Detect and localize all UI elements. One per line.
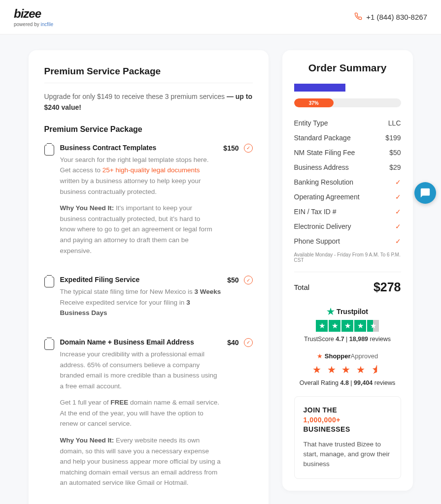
service-price: $40 xyxy=(227,339,238,346)
check-icon: ✓ xyxy=(395,237,401,245)
package-subheading: Premium Service Package xyxy=(44,125,253,134)
service-why: Why You Need It: It's important to keep … xyxy=(60,203,218,256)
chat-button[interactable] xyxy=(414,182,436,204)
shopper-label: ★ShopperApproved xyxy=(294,352,401,360)
logo-text: bizee xyxy=(14,7,53,21)
service-title: Expedited Filing Service xyxy=(60,276,222,284)
trustpilot-score: TrustScore 4.7 | 18,989 reviews xyxy=(294,336,401,343)
document-icon xyxy=(44,339,54,350)
trustpilot-label: ★Trustpilot xyxy=(294,306,401,317)
check-icon: ✓ xyxy=(395,178,401,186)
service-description: Your search for the right legal template… xyxy=(60,155,218,197)
phone-number: +1 (844) 830-8267 xyxy=(366,13,427,21)
service-price: $50 xyxy=(227,276,238,284)
summary-title: Order Summary xyxy=(294,62,401,74)
chat-icon xyxy=(420,188,431,198)
document-icon xyxy=(44,277,54,287)
legal-docs-link[interactable]: 25+ high-quality legal documents xyxy=(102,166,200,174)
service-domain-email: Domain Name + Business Email Address Inc… xyxy=(44,338,253,494)
summary-line-address: Business Address$29 xyxy=(294,163,401,171)
service-expedited-filing: Expedited Filing Service The typical sta… xyxy=(44,276,253,324)
phone-link[interactable]: +1 (844) 830-8267 xyxy=(354,12,427,22)
join-title: JOIN THE 1,000,000+ BUSINESSES xyxy=(304,406,392,435)
logo[interactable]: bizee powered by incfile xyxy=(14,7,53,27)
order-summary-card: Order Summary 37% Entity TypeLLC Standar… xyxy=(282,50,413,491)
trustpilot-stars: ★★★★★ xyxy=(294,320,401,332)
summary-line-filing-fee: NM State Filing Fee$50 xyxy=(294,149,401,157)
summary-total: Total $278 xyxy=(294,272,401,294)
phone-icon xyxy=(354,12,362,22)
package-card: Premium Service Package Upgrade for only… xyxy=(29,50,269,504)
service-title: Domain Name + Business Email Address xyxy=(60,338,222,346)
summary-line-phone: Phone Support✓ xyxy=(294,237,401,245)
check-circle-icon[interactable]: ✓ xyxy=(244,144,253,153)
service-description: Increase your credibility with a profess… xyxy=(60,349,222,391)
check-icon: ✓ xyxy=(395,193,401,201)
check-circle-icon[interactable]: ✓ xyxy=(244,276,253,284)
trustpilot-block: ★Trustpilot ★★★★★ TrustScore 4.7 | 18,98… xyxy=(294,306,401,343)
summary-line-operating: Operating Agreement✓ xyxy=(294,193,401,201)
availability-text: Available Monday - Friday From 9 A.M. To… xyxy=(294,252,401,263)
join-subtitle: That have trusted Bizee to start, manage… xyxy=(304,440,392,470)
star-icon: ★ xyxy=(317,352,323,360)
service-price: $150 xyxy=(223,144,238,152)
summary-line-package: Standard Package$199 xyxy=(294,134,401,142)
progress-bar: 37% xyxy=(294,98,401,107)
shopper-stars: ★ ★ ★ ★ ⯨ xyxy=(294,364,401,376)
summary-line-entity-type: Entity TypeLLC xyxy=(294,119,401,127)
summary-line-banking: Banking Resolution✓ xyxy=(294,178,401,186)
document-icon xyxy=(44,145,54,156)
summary-line-delivery: Electronic Delivery✓ xyxy=(294,222,401,230)
service-contract-templates: Business Contract Templates Your search … xyxy=(44,144,253,262)
header: bizee powered by incfile +1 (844) 830-82… xyxy=(0,0,441,34)
star-icon: ★ xyxy=(327,306,335,317)
service-description-2: Get 1 full year of FREE domain name & em… xyxy=(60,397,222,429)
service-description: The typical state filing time for New Me… xyxy=(60,286,222,318)
shopper-rating: Overall Rating 4.8 | 99,404 reviews xyxy=(294,379,401,386)
progress-placeholder xyxy=(294,84,345,92)
check-icon: ✓ xyxy=(395,208,401,216)
service-title: Business Contract Templates xyxy=(60,144,218,152)
check-icon: ✓ xyxy=(395,222,401,230)
progress-fill: 37% xyxy=(294,98,334,107)
shopper-approved-block: ★ShopperApproved ★ ★ ★ ★ ⯨ Overall Ratin… xyxy=(294,352,401,386)
summary-line-ein: EIN / Tax ID #✓ xyxy=(294,208,401,216)
package-intro: Upgrade for only $149 to receive these 3… xyxy=(44,91,253,113)
service-why: Why You Need It: Every website needs its… xyxy=(60,435,222,488)
join-box: JOIN THE 1,000,000+ BUSINESSES That have… xyxy=(294,396,401,479)
package-title: Premium Service Package xyxy=(44,66,253,83)
logo-subtitle: powered by incfile xyxy=(14,22,53,27)
check-circle-icon[interactable]: ✓ xyxy=(244,338,253,347)
